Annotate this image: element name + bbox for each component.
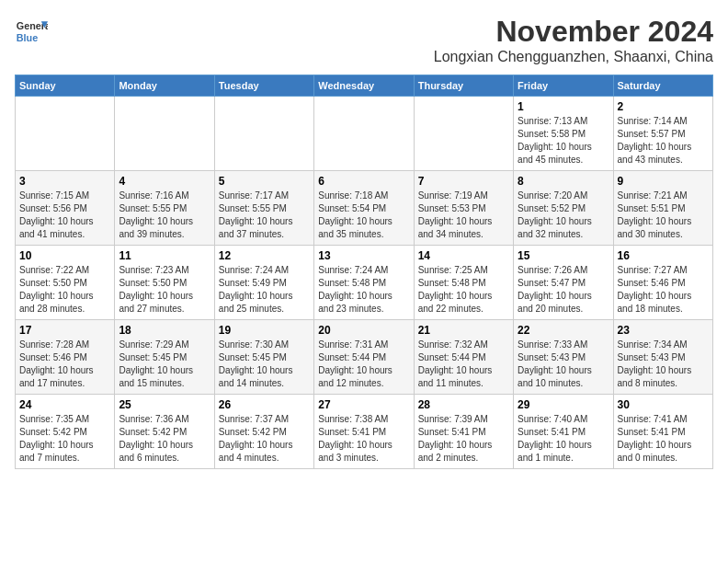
day-info: Sunrise: 7:16 AM Sunset: 5:55 PM Dayligh… (119, 190, 193, 239)
calendar-week-3: 10Sunrise: 7:22 AM Sunset: 5:50 PM Dayli… (16, 246, 713, 320)
calendar-cell: 15Sunrise: 7:26 AM Sunset: 5:47 PM Dayli… (514, 246, 613, 320)
day-number: 4 (119, 175, 210, 188)
calendar-table: SundayMondayTuesdayWednesdayThursdayFrid… (15, 75, 713, 469)
calendar-cell (214, 97, 313, 171)
day-info: Sunrise: 7:37 AM Sunset: 5:42 PM Dayligh… (219, 414, 293, 463)
day-number: 7 (418, 175, 509, 188)
day-info: Sunrise: 7:20 AM Sunset: 5:52 PM Dayligh… (518, 190, 592, 239)
weekday-header-monday: Monday (115, 75, 214, 97)
day-number: 10 (19, 249, 110, 262)
day-info: Sunrise: 7:22 AM Sunset: 5:50 PM Dayligh… (19, 265, 94, 314)
day-info: Sunrise: 7:21 AM Sunset: 5:51 PM Dayligh… (618, 190, 692, 239)
calendar-week-5: 24Sunrise: 7:35 AM Sunset: 5:42 PM Dayli… (16, 395, 713, 469)
day-info: Sunrise: 7:14 AM Sunset: 5:57 PM Dayligh… (618, 116, 692, 165)
day-info: Sunrise: 7:34 AM Sunset: 5:43 PM Dayligh… (618, 339, 692, 388)
calendar-cell: 30Sunrise: 7:41 AM Sunset: 5:41 PM Dayli… (613, 395, 712, 469)
day-info: Sunrise: 7:17 AM Sunset: 5:55 PM Dayligh… (219, 190, 293, 239)
day-number: 24 (19, 398, 110, 411)
day-number: 12 (219, 249, 310, 262)
day-info: Sunrise: 7:36 AM Sunset: 5:42 PM Dayligh… (119, 414, 193, 463)
day-number: 1 (518, 100, 609, 113)
day-info: Sunrise: 7:29 AM Sunset: 5:45 PM Dayligh… (119, 339, 193, 388)
calendar-cell: 5Sunrise: 7:17 AM Sunset: 5:55 PM Daylig… (214, 171, 313, 246)
day-info: Sunrise: 7:35 AM Sunset: 5:42 PM Dayligh… (19, 414, 94, 463)
day-number: 23 (618, 324, 709, 337)
day-number: 16 (618, 249, 709, 262)
day-number: 14 (418, 249, 509, 262)
day-number: 13 (318, 249, 409, 262)
day-number: 6 (318, 175, 409, 188)
calendar-cell: 25Sunrise: 7:36 AM Sunset: 5:42 PM Dayli… (115, 395, 214, 469)
title-area: November 2024 Longxian Chengguanzhen, Sh… (434, 15, 713, 65)
day-info: Sunrise: 7:39 AM Sunset: 5:41 PM Dayligh… (418, 414, 493, 463)
calendar-cell: 19Sunrise: 7:30 AM Sunset: 5:45 PM Dayli… (214, 320, 313, 395)
calendar-cell: 12Sunrise: 7:24 AM Sunset: 5:49 PM Dayli… (214, 246, 313, 320)
calendar-cell: 2Sunrise: 7:14 AM Sunset: 5:57 PM Daylig… (613, 97, 712, 171)
calendar-body: 1Sunrise: 7:13 AM Sunset: 5:58 PM Daylig… (16, 97, 713, 469)
calendar-cell: 29Sunrise: 7:40 AM Sunset: 5:41 PM Dayli… (514, 395, 613, 469)
day-number: 20 (318, 324, 409, 337)
day-info: Sunrise: 7:27 AM Sunset: 5:46 PM Dayligh… (618, 265, 692, 314)
calendar-cell: 18Sunrise: 7:29 AM Sunset: 5:45 PM Dayli… (115, 320, 214, 395)
day-info: Sunrise: 7:38 AM Sunset: 5:41 PM Dayligh… (318, 414, 392, 463)
location-title: Longxian Chengguanzhen, Shaanxi, China (434, 49, 713, 65)
calendar-week-2: 3Sunrise: 7:15 AM Sunset: 5:56 PM Daylig… (16, 171, 713, 246)
day-number: 8 (518, 175, 609, 188)
day-info: Sunrise: 7:28 AM Sunset: 5:46 PM Dayligh… (19, 339, 94, 388)
day-number: 17 (19, 324, 110, 337)
weekday-header-tuesday: Tuesday (214, 75, 313, 97)
svg-text:Blue: Blue (17, 32, 38, 43)
calendar-cell: 22Sunrise: 7:33 AM Sunset: 5:43 PM Dayli… (514, 320, 613, 395)
day-info: Sunrise: 7:18 AM Sunset: 5:54 PM Dayligh… (318, 190, 392, 239)
day-number: 21 (418, 324, 509, 337)
day-info: Sunrise: 7:26 AM Sunset: 5:47 PM Dayligh… (518, 265, 592, 314)
weekday-header-wednesday: Wednesday (314, 75, 414, 97)
weekday-header-sunday: Sunday (16, 75, 115, 97)
calendar-cell: 16Sunrise: 7:27 AM Sunset: 5:46 PM Dayli… (613, 246, 712, 320)
day-info: Sunrise: 7:19 AM Sunset: 5:53 PM Dayligh… (418, 190, 493, 239)
logo: General Blue General Blue (15, 15, 48, 48)
calendar-cell (16, 97, 115, 171)
day-number: 19 (219, 324, 310, 337)
weekday-header-saturday: Saturday (613, 75, 712, 97)
day-info: Sunrise: 7:41 AM Sunset: 5:41 PM Dayligh… (618, 414, 692, 463)
day-number: 27 (318, 398, 409, 411)
day-number: 15 (518, 249, 609, 262)
calendar-cell: 1Sunrise: 7:13 AM Sunset: 5:58 PM Daylig… (514, 97, 613, 171)
day-number: 9 (618, 175, 709, 188)
calendar-week-1: 1Sunrise: 7:13 AM Sunset: 5:58 PM Daylig… (16, 97, 713, 171)
day-number: 29 (518, 398, 609, 411)
day-info: Sunrise: 7:25 AM Sunset: 5:48 PM Dayligh… (418, 265, 493, 314)
calendar-cell: 10Sunrise: 7:22 AM Sunset: 5:50 PM Dayli… (16, 246, 115, 320)
day-info: Sunrise: 7:23 AM Sunset: 5:50 PM Dayligh… (119, 265, 193, 314)
calendar-cell: 4Sunrise: 7:16 AM Sunset: 5:55 PM Daylig… (115, 171, 214, 246)
logo-icon: General Blue (15, 15, 48, 48)
calendar-cell: 6Sunrise: 7:18 AM Sunset: 5:54 PM Daylig… (314, 171, 414, 246)
weekday-header-friday: Friday (514, 75, 613, 97)
day-info: Sunrise: 7:30 AM Sunset: 5:45 PM Dayligh… (219, 339, 293, 388)
day-number: 2 (618, 100, 709, 113)
day-number: 28 (418, 398, 509, 411)
calendar-cell: 9Sunrise: 7:21 AM Sunset: 5:51 PM Daylig… (613, 171, 712, 246)
calendar-cell: 11Sunrise: 7:23 AM Sunset: 5:50 PM Dayli… (115, 246, 214, 320)
calendar-cell: 24Sunrise: 7:35 AM Sunset: 5:42 PM Dayli… (16, 395, 115, 469)
day-number: 5 (219, 175, 310, 188)
day-number: 3 (19, 175, 110, 188)
calendar-cell: 26Sunrise: 7:37 AM Sunset: 5:42 PM Dayli… (214, 395, 313, 469)
day-info: Sunrise: 7:24 AM Sunset: 5:48 PM Dayligh… (318, 265, 392, 314)
calendar-cell: 7Sunrise: 7:19 AM Sunset: 5:53 PM Daylig… (414, 171, 513, 246)
day-number: 30 (618, 398, 709, 411)
day-info: Sunrise: 7:33 AM Sunset: 5:43 PM Dayligh… (518, 339, 592, 388)
calendar-cell: 20Sunrise: 7:31 AM Sunset: 5:44 PM Dayli… (314, 320, 414, 395)
calendar-cell: 27Sunrise: 7:38 AM Sunset: 5:41 PM Dayli… (314, 395, 414, 469)
calendar-cell: 21Sunrise: 7:32 AM Sunset: 5:44 PM Dayli… (414, 320, 513, 395)
header: General Blue General Blue November 2024 … (15, 15, 713, 65)
weekday-header-row: SundayMondayTuesdayWednesdayThursdayFrid… (16, 75, 713, 97)
calendar-cell (414, 97, 513, 171)
day-number: 11 (119, 249, 210, 262)
day-info: Sunrise: 7:40 AM Sunset: 5:41 PM Dayligh… (518, 414, 592, 463)
calendar-week-4: 17Sunrise: 7:28 AM Sunset: 5:46 PM Dayli… (16, 320, 713, 395)
weekday-header-thursday: Thursday (414, 75, 513, 97)
day-number: 26 (219, 398, 310, 411)
calendar-cell: 8Sunrise: 7:20 AM Sunset: 5:52 PM Daylig… (514, 171, 613, 246)
